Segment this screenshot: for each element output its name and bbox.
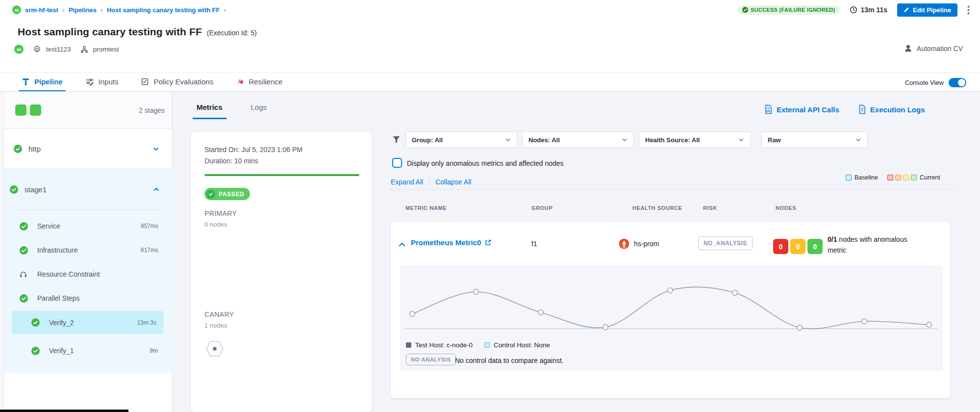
anomalous-nodes-text: nodes with anomalous metric bbox=[828, 235, 907, 254]
stage-tree-sidebar: 2 stages http stage1 Service 857ms Infra… bbox=[0, 92, 173, 412]
metric-name-cell: Prometheus Metric0 bbox=[411, 238, 492, 247]
divider bbox=[390, 189, 956, 190]
breadcrumb-pipelines[interactable]: Pipelines bbox=[69, 6, 97, 14]
breadcrumb-project[interactable]: srm-hf-test bbox=[25, 6, 58, 14]
tab-resilience-label: Resilience bbox=[249, 77, 282, 86]
breadcrumb: ∞ srm-hf-test › Pipelines › Host samplin… bbox=[12, 5, 226, 14]
sparkline-point[interactable] bbox=[410, 311, 415, 316]
external-link-icon[interactable] bbox=[484, 239, 492, 246]
triggered-by: Automation CV bbox=[904, 44, 963, 52]
api-document-icon: API bbox=[764, 104, 773, 114]
sliders-pencil-icon bbox=[85, 77, 94, 86]
test-host-label: Test Host: c-node-0 bbox=[415, 341, 473, 349]
expand-all-link[interactable]: Expand All bbox=[391, 178, 423, 186]
metric-row-card: Prometheus Metric0 f1 hs-prom NO_ANALYSI… bbox=[391, 222, 950, 398]
step-verify-2[interactable]: Verify_2 13m 3s bbox=[12, 311, 163, 334]
primary-group-label: PRIMARY bbox=[204, 209, 237, 217]
step-service[interactable]: Service 857ms bbox=[4, 218, 173, 234]
column-header-health-source: HEALTH SOURCE bbox=[632, 205, 682, 211]
step-name: Service bbox=[37, 222, 60, 230]
step-infrastructure[interactable]: Infrastructure 617ms bbox=[4, 242, 173, 258]
page-header: ∞ srm-hf-test › Pipelines › Host samplin… bbox=[0, 0, 980, 72]
breadcrumb-separator: › bbox=[101, 5, 103, 14]
status-badge-label: SUCCESS (FAILURE IGNORED) bbox=[751, 7, 835, 13]
sparkline-point[interactable] bbox=[474, 289, 478, 294]
console-view-label: Console View bbox=[905, 79, 944, 86]
sparkline-point[interactable] bbox=[732, 290, 737, 295]
clock-icon bbox=[850, 6, 857, 14]
chevron-down-icon bbox=[855, 137, 861, 143]
prometheus-icon bbox=[619, 238, 629, 249]
sidebar-stage-stage1[interactable]: stage1 bbox=[4, 169, 173, 209]
nodes-filter-value: Nodes: All bbox=[528, 136, 560, 144]
chevron-down-icon[interactable] bbox=[152, 146, 159, 153]
data-view-dropdown[interactable]: Raw bbox=[761, 131, 868, 148]
nodes-filter-dropdown[interactable]: Nodes: All bbox=[522, 131, 634, 148]
tab-inputs-label: Inputs bbox=[99, 77, 119, 86]
tab-inputs[interactable]: Inputs bbox=[82, 73, 122, 91]
screen-artifact-bar bbox=[0, 410, 128, 412]
status-badge: SUCCESS (FAILURE IGNORED) bbox=[737, 5, 840, 15]
tab-policy-evaluations[interactable]: Policy Evaluations bbox=[138, 73, 216, 91]
canary-node-hexagon-icon[interactable] bbox=[206, 340, 224, 358]
health-source-filter-dropdown[interactable]: Health Source: All bbox=[639, 131, 751, 148]
collapsed-nav-rail bbox=[0, 92, 4, 412]
tab-metrics[interactable]: Metrics bbox=[193, 95, 226, 119]
sparkline-point[interactable] bbox=[927, 322, 931, 327]
chevron-down-icon bbox=[738, 137, 744, 143]
monitored-service-meta[interactable]: promtest bbox=[80, 46, 119, 53]
verification-summary-card: Started On: Jul 5, 2023 1:06 PM Duration… bbox=[191, 132, 372, 412]
group-filter-dropdown[interactable]: Group: All bbox=[405, 131, 517, 148]
chevron-up-icon[interactable] bbox=[153, 186, 160, 193]
step-verify-1[interactable]: Verify_1 9m bbox=[4, 342, 173, 359]
risk-badge: NO_ANALYSIS bbox=[698, 236, 753, 250]
step-parallel-steps[interactable]: Parallel Steps bbox=[4, 290, 173, 307]
more-options-kebab-icon[interactable] bbox=[967, 5, 970, 15]
tab-pipeline[interactable]: Pipeline bbox=[19, 73, 66, 91]
service-meta[interactable]: test1123 bbox=[33, 45, 71, 53]
column-header-risk: RISK bbox=[703, 205, 717, 211]
collapse-all-link[interactable]: Collapse All bbox=[435, 178, 471, 186]
collapse-row-chevron-up-icon[interactable] bbox=[398, 241, 406, 248]
metric-name-link[interactable]: Prometheus Metric0 bbox=[411, 238, 481, 247]
anomalous-only-checkbox-label[interactable]: Display only anomalous metrics and affec… bbox=[407, 159, 564, 167]
external-api-calls-link[interactable]: API External API Calls bbox=[764, 104, 839, 114]
policy-check-icon bbox=[141, 77, 149, 86]
console-view-toggle[interactable] bbox=[949, 78, 966, 87]
step-name: Resource Constraint bbox=[37, 270, 100, 278]
duration: Duration: 10 mins bbox=[204, 157, 258, 165]
column-header-group: GROUP bbox=[531, 205, 553, 211]
sidebar-stage-http[interactable]: http bbox=[4, 129, 172, 169]
success-check-icon bbox=[20, 246, 28, 255]
sparkline-point[interactable] bbox=[668, 288, 673, 293]
tab-resilience[interactable]: Resilience bbox=[233, 73, 285, 91]
sparkline-point[interactable] bbox=[797, 325, 802, 330]
execution-duration-label: 13m 11s bbox=[860, 6, 887, 14]
step-resource-constraint[interactable]: Resource Constraint bbox=[4, 266, 173, 283]
metric-sparkline-svg[interactable] bbox=[400, 265, 943, 339]
gear-icon bbox=[33, 45, 41, 53]
success-check-icon bbox=[31, 347, 40, 355]
user-avatar-icon bbox=[904, 44, 912, 52]
execution-duration: 13m 11s bbox=[850, 6, 887, 14]
execution-logs-link[interactable]: Execution Logs bbox=[858, 104, 925, 114]
breadcrumb-separator: › bbox=[224, 5, 226, 14]
column-header-nodes: NODES bbox=[776, 205, 796, 211]
anomalous-only-checkbox[interactable] bbox=[392, 158, 402, 168]
sparkline-point[interactable] bbox=[603, 325, 608, 330]
stage-http-label: http bbox=[28, 145, 41, 153]
edit-pipeline-button[interactable]: Edit Pipeline bbox=[897, 3, 957, 17]
execution-header-actions: SUCCESS (FAILURE IGNORED) 13m 11s Edit P… bbox=[737, 0, 970, 20]
current-red-swatch bbox=[887, 175, 893, 180]
filter-funnel-icon[interactable] bbox=[392, 135, 401, 144]
pencil-icon bbox=[904, 7, 909, 13]
sparkline-point[interactable] bbox=[538, 310, 543, 315]
tab-logs[interactable]: Logs bbox=[247, 95, 271, 119]
check-circle-icon bbox=[206, 190, 215, 199]
execution-logs-label: Execution Logs bbox=[870, 105, 925, 114]
step-duration: 857ms bbox=[141, 223, 158, 230]
sparkline-point[interactable] bbox=[862, 319, 867, 324]
breadcrumb-pipeline-name[interactable]: Host sampling canary testing with FF bbox=[107, 6, 220, 14]
service-name: test1123 bbox=[46, 46, 71, 53]
verification-progress-bar bbox=[204, 174, 359, 176]
